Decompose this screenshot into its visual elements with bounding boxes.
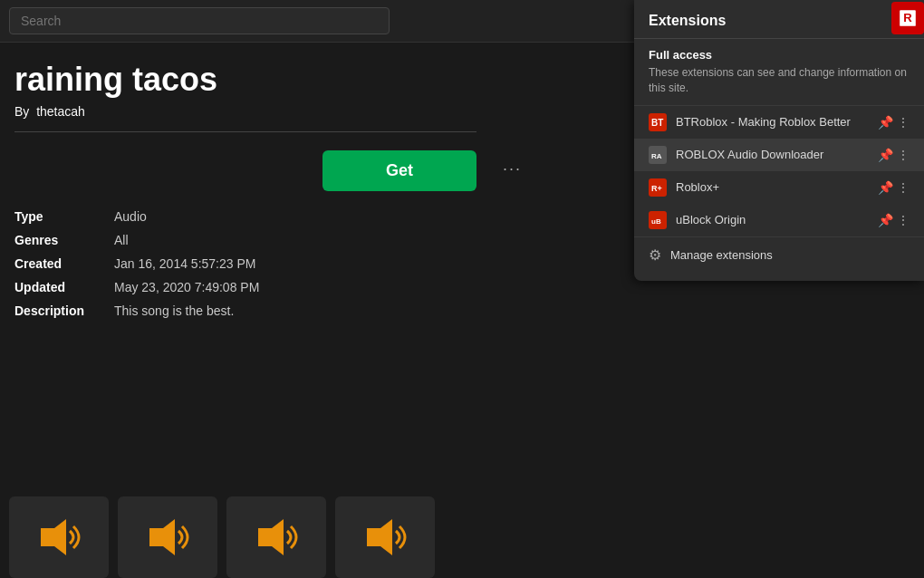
extension-item-audio-downloader[interactable]: RA ROBLOX Audio Downloader 📌 ⋮ — [634, 139, 924, 171]
full-access-desc: These extensions can see and change info… — [649, 65, 910, 96]
btroblox-icon: BT — [649, 113, 667, 131]
ublock-pin-button[interactable]: 📌 — [878, 213, 893, 227]
audio-downloader-pin-button[interactable]: 📌 — [878, 148, 893, 162]
audio-cards-row — [0, 496, 924, 578]
extension-item-ublock[interactable]: uB uBlock Origin 📌 ⋮ — [634, 204, 924, 236]
svg-text:uB: uB — [651, 217, 661, 226]
speaker-icon — [32, 515, 86, 560]
description-label: Description — [14, 303, 114, 318]
svg-marker-3 — [149, 519, 175, 555]
divider — [14, 131, 476, 132]
svg-marker-2 — [41, 519, 66, 555]
roblox-logo-icon: R — [898, 8, 918, 28]
audio-card[interactable] — [226, 496, 326, 578]
svg-text:R+: R+ — [651, 184, 662, 193]
get-button-row: Get ··· — [14, 150, 476, 191]
ext-header: Extensions × — [634, 0, 924, 39]
audio-downloader-name: ROBLOX Audio Downloader — [676, 148, 878, 161]
extension-item-robloxplus[interactable]: R+ Roblox+ 📌 ⋮ — [634, 171, 924, 204]
genres-label: Genres — [14, 233, 114, 247]
author-name: thetacah — [36, 104, 85, 119]
full-access-title: Full access — [649, 48, 910, 62]
main-page: R raining tacos By thetacah Get ··· Type… — [0, 0, 924, 578]
svg-marker-4 — [258, 519, 284, 555]
type-label: Type — [14, 209, 114, 224]
robloxplus-pin-button[interactable]: 📌 — [878, 180, 893, 195]
audio-downloader-icon: RA — [649, 146, 667, 164]
svg-text:RA: RA — [651, 152, 662, 160]
extensions-panel: Extensions × Full access These extension… — [634, 0, 924, 281]
svg-text:R: R — [903, 11, 912, 24]
ublock-icon: uB — [649, 211, 667, 229]
robloxplus-more-button[interactable]: ⋮ — [897, 180, 910, 195]
roblox-logo-button[interactable]: R — [891, 2, 924, 34]
audio-downloader-more-button[interactable]: ⋮ — [897, 148, 910, 162]
robloxplus-name: Roblox+ — [676, 180, 878, 194]
updated-label: Updated — [14, 280, 114, 294]
extensions-list: BT BTRoblox - Making Roblox Better 📌 ⋮ R… — [634, 106, 924, 236]
audio-card[interactable] — [118, 496, 217, 578]
audio-card[interactable] — [9, 496, 109, 578]
speaker-icon — [249, 515, 303, 560]
audio-card[interactable] — [335, 496, 435, 578]
manage-extensions-icon: ⚙ — [649, 246, 661, 264]
ublock-more-button[interactable]: ⋮ — [897, 213, 910, 227]
svg-text:BT: BT — [651, 118, 663, 128]
manage-extensions-label: Manage extensions — [670, 248, 773, 262]
full-access-section: Full access These extensions can see and… — [634, 39, 924, 106]
description-value: This song is the best. — [114, 303, 910, 318]
extension-item-btroblox[interactable]: BT BTRoblox - Making Roblox Better 📌 ⋮ — [634, 106, 924, 139]
manage-extensions-item[interactable]: ⚙ Manage extensions — [634, 236, 924, 273]
created-label: Created — [14, 256, 114, 271]
robloxplus-icon: R+ — [649, 178, 667, 197]
speaker-icon — [140, 515, 195, 560]
author-by-label: By — [14, 104, 29, 119]
updated-value: May 23, 2020 7:49:08 PM — [114, 280, 910, 294]
ublock-name: uBlock Origin — [676, 213, 878, 226]
btroblox-pin-button[interactable]: 📌 — [878, 115, 893, 130]
btroblox-name: BTRoblox - Making Roblox Better — [676, 115, 878, 129]
more-options-button[interactable]: ··· — [503, 159, 522, 178]
extensions-title: Extensions — [649, 13, 726, 29]
speaker-icon — [358, 515, 412, 560]
btroblox-more-button[interactable]: ⋮ — [897, 115, 910, 130]
get-button[interactable]: Get — [322, 150, 476, 191]
svg-marker-5 — [367, 519, 392, 555]
search-input[interactable] — [9, 7, 390, 34]
